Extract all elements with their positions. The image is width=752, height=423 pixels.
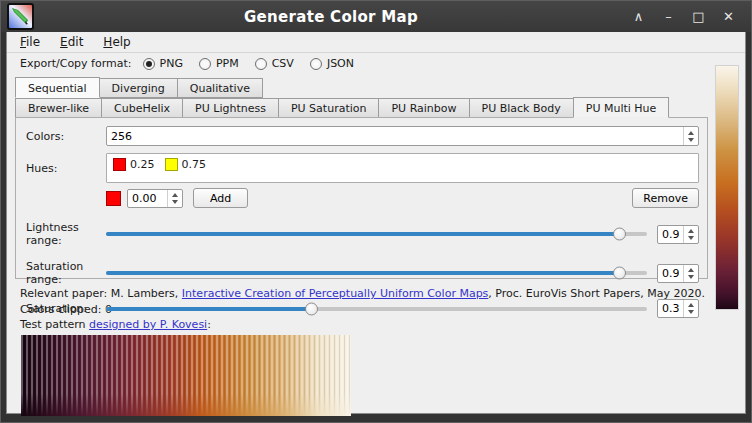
app-window: Generate Color Map ∧ – □ ✕ File Edit Hel… — [0, 0, 752, 423]
kovesi-link[interactable]: designed by P. Kovesi — [89, 318, 207, 331]
menu-bar: File Edit Help — [7, 32, 745, 53]
slider-fill — [106, 232, 620, 236]
remove-hue-button[interactable]: Remove — [632, 188, 699, 208]
hue-value: 0.75 — [182, 158, 207, 171]
radio-ppm[interactable]: PPM — [199, 57, 239, 70]
maximize-button[interactable]: □ — [688, 6, 709, 27]
spin-up-icon[interactable] — [688, 303, 694, 307]
radio-ppm-label: PPM — [216, 57, 239, 70]
test-pattern-image — [21, 335, 351, 416]
tab-pu-saturation[interactable]: PU Saturation — [278, 98, 380, 118]
new-hue-spin-arrows[interactable] — [167, 190, 182, 207]
new-hue-spinbox — [127, 189, 183, 208]
spin-up-icon[interactable] — [688, 268, 694, 272]
spin-down-icon[interactable] — [688, 275, 694, 279]
lightness-range-slider[interactable] — [106, 232, 647, 236]
menu-help[interactable]: Help — [103, 35, 130, 49]
menu-edit[interactable]: Edit — [60, 35, 83, 49]
hue-color-swatch[interactable] — [113, 158, 126, 171]
colormeasures-link[interactable]: colormeasures.org — [220, 420, 322, 423]
hues-row: Hues: 0.25 0.75 — [26, 153, 699, 183]
radio-json[interactable]: JSON — [310, 57, 354, 70]
radio-csv-indicator[interactable] — [255, 58, 267, 70]
export-format-options: PNG PPM CSV JSON — [143, 57, 354, 70]
colors-row: Colors: — [26, 126, 699, 146]
tip-line: Tip: Export as JSON and evaluate at colo… — [20, 419, 733, 423]
colors-label: Colors: — [26, 130, 106, 143]
app-icon — [7, 3, 34, 30]
radio-json-indicator[interactable] — [310, 58, 322, 70]
spin-up-icon[interactable] — [172, 193, 178, 197]
saturation-range-input[interactable] — [658, 265, 683, 282]
pencil-icon — [9, 5, 32, 28]
slider-handle[interactable] — [613, 267, 626, 280]
spin-down-icon[interactable] — [688, 236, 694, 240]
minimize-button[interactable]: – — [658, 6, 679, 27]
spin-down-icon[interactable] — [688, 138, 694, 142]
saturation-spinbox — [657, 299, 699, 318]
slider-handle[interactable] — [305, 302, 318, 315]
lightness-range-input[interactable] — [658, 226, 683, 243]
lightness-range-label: Lightness range: — [26, 221, 106, 247]
colors-spin-arrows[interactable] — [683, 127, 698, 145]
tab-brewer-like[interactable]: Brewer-like — [15, 98, 102, 118]
tab-cubehelix[interactable]: CubeHelix — [101, 98, 183, 118]
lightness-range-row: Lightness range: — [26, 221, 699, 247]
hues-list[interactable]: 0.25 0.75 — [106, 153, 699, 183]
spin-up-icon[interactable] — [688, 229, 694, 233]
saturation-row: Saturation: — [26, 299, 699, 318]
radio-png-indicator[interactable] — [143, 58, 155, 70]
spin-down-icon[interactable] — [688, 310, 694, 314]
saturation-range-row: Saturation range: — [26, 260, 699, 286]
sub-tab-bar: Brewer-like CubeHelix PU Lightness PU Sa… — [7, 97, 745, 118]
saturation-input[interactable] — [658, 300, 683, 317]
export-format-row: Export/Copy format: PNG PPM CSV JSON — [7, 53, 745, 74]
colors-spinbox — [106, 126, 699, 146]
test-pattern-stripes — [21, 335, 351, 416]
hue-edit-row: Add Remove — [26, 188, 699, 208]
radio-json-label: JSON — [327, 57, 354, 70]
radio-csv-label: CSV — [272, 57, 294, 70]
saturation-range-slider[interactable] — [106, 271, 647, 275]
hues-label: Hues: — [26, 162, 106, 175]
main-tab-bar: Sequential Diverging Qualitative — [7, 77, 745, 98]
tab-sequential[interactable]: Sequential — [15, 77, 100, 98]
hue-value: 0.25 — [130, 158, 155, 171]
slider-handle[interactable] — [613, 228, 626, 241]
tab-pu-multi-hue[interactable]: PU Multi Hue — [573, 97, 670, 118]
add-hue-button[interactable]: Add — [193, 188, 248, 208]
hue-item[interactable]: 0.75 — [165, 158, 207, 171]
colors-input[interactable] — [107, 127, 683, 145]
tab-pu-lightness[interactable]: PU Lightness — [182, 98, 279, 118]
tab-pu-black-body[interactable]: PU Black Body — [469, 98, 574, 118]
window-content: File Edit Help Export/Copy format: PNG P… — [6, 32, 746, 414]
hue-item[interactable]: 0.25 — [113, 158, 155, 171]
saturation-range-spinbox — [657, 264, 699, 283]
hue-color-swatch[interactable] — [165, 158, 178, 171]
new-hue-input[interactable] — [128, 190, 167, 207]
tab-qualitative[interactable]: Qualitative — [177, 78, 263, 98]
slider-fill — [106, 307, 312, 311]
window-controls: ∧ – □ ✕ — [628, 6, 739, 27]
close-button[interactable]: ✕ — [718, 6, 739, 27]
export-format-label: Export/Copy format: — [20, 57, 132, 70]
title-bar: Generate Color Map ∧ – □ ✕ — [1, 1, 751, 32]
radio-csv[interactable]: CSV — [255, 57, 294, 70]
test-pattern-line: Test pattern designed by P. Kovesi: — [20, 317, 733, 333]
spin-up-icon[interactable] — [688, 131, 694, 135]
window-title: Generate Color Map — [34, 8, 628, 26]
radio-png[interactable]: PNG — [143, 57, 183, 70]
tab-diverging[interactable]: Diverging — [99, 78, 178, 98]
lightness-range-spinbox — [657, 225, 699, 244]
radio-ppm-indicator[interactable] — [199, 58, 211, 70]
spin-down-icon[interactable] — [172, 200, 178, 204]
shade-button[interactable]: ∧ — [628, 6, 649, 27]
menu-file[interactable]: File — [20, 35, 40, 49]
saturation-label: Saturation: — [26, 302, 106, 315]
tab-pu-rainbow[interactable]: PU Rainbow — [378, 98, 469, 118]
pu-multi-hue-panel: Colors: Hues: 0.25 — [15, 117, 708, 279]
slider-fill — [106, 271, 620, 275]
colormap-preview-bar — [716, 66, 738, 309]
new-hue-color-swatch[interactable] — [106, 191, 121, 206]
saturation-slider[interactable] — [106, 307, 647, 311]
